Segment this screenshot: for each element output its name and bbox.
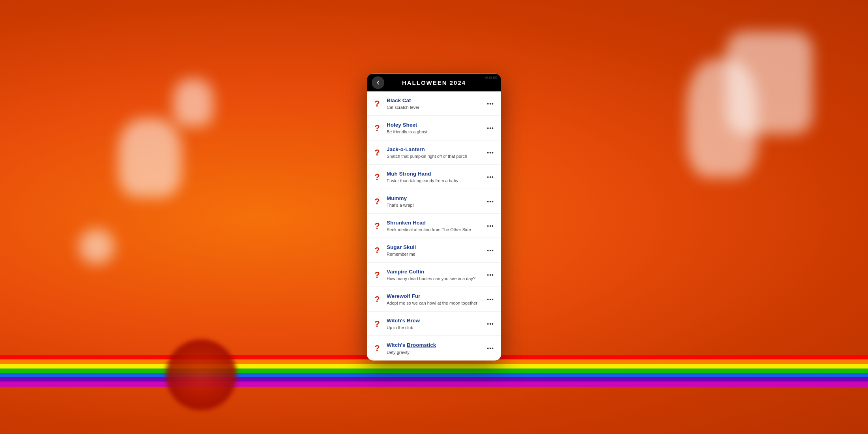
more-button[interactable]: ••• [485,319,496,328]
item-title: Jack-o-Lantern [387,146,485,153]
item-subtitle: Easier than taking candy from a baby [387,178,485,183]
more-button[interactable]: ••• [485,294,496,304]
item-title: Vampire Coffin [387,268,485,275]
item-subtitle: Adopt me so we can howl at the moon toge… [387,300,485,306]
question-mark-icon: ? [372,221,383,231]
header-title: HALLOWEEN 2024 [402,79,466,86]
question-mark-icon: ? [372,147,383,157]
list-item: ? Holey Sheet Be friendly to a ghost ••• [367,116,501,140]
phone-container: HALLOWEEN 2024 v0.13.105 ? Black Cat Cat… [367,74,501,361]
list-item: ? Muh Strong Hand Easier than taking can… [367,165,501,189]
more-button[interactable]: ••• [485,245,496,255]
list-item: ? Witch's Broomstick Defy gravity ••• [367,336,501,361]
phone-header: HALLOWEEN 2024 v0.13.105 [367,74,501,92]
item-text: Werewolf Fur Adopt me so we can howl at … [387,292,485,306]
ghost-figure-2 [118,118,181,197]
item-title: Witch's Broomstick [387,342,485,349]
question-mark-icon: ? [372,245,383,255]
more-button[interactable]: ••• [485,221,496,230]
item-subtitle: Seek medical attention from The Other Si… [387,227,485,232]
item-text: Muh Strong Hand Easier than taking candy… [387,170,485,183]
title-prefix: Witch's [387,342,407,348]
more-button[interactable]: ••• [485,148,496,157]
item-text: Vampire Coffin How many dead bodies can … [387,268,485,281]
items-list: ? Black Cat Cat scratch fever ••• ? Hole… [367,92,501,361]
version-badge: v0.13.105 [485,76,497,79]
list-item: ? Vampire Coffin How many dead bodies ca… [367,263,501,287]
item-subtitle: Remember me [387,251,485,257]
more-button[interactable]: ••• [485,123,496,133]
question-mark-icon: ? [372,172,383,182]
red-circle-decoration [166,339,237,410]
list-item: ? Witch's Brew Up in the club ••• [367,312,501,336]
list-item: ? Mummy That's a wrap! ••• [367,189,501,214]
item-text: Black Cat Cat scratch fever [387,97,485,110]
item-text: Holey Sheet Be friendly to a ghost [387,121,485,135]
item-title: Witch's Brew [387,317,485,324]
item-text: Jack-o-Lantern Snatch that pumpkin right… [387,146,485,159]
ghost-figure-1 [79,229,114,264]
item-text: Witch's Broomstick Defy gravity [387,342,485,355]
item-subtitle: That's a wrap! [387,202,485,208]
list-item: ? Jack-o-Lantern Snatch that pumpkin rig… [367,140,501,165]
item-title: Shrunken Head [387,219,485,226]
more-button[interactable]: ••• [485,344,496,353]
item-title: Muh Strong Hand [387,170,485,177]
more-button[interactable]: ••• [485,99,496,108]
item-subtitle: Snatch that pumpkin right off of that po… [387,153,485,159]
item-text: Witch's Brew Up in the club [387,317,485,330]
question-mark-icon: ? [372,343,383,354]
more-button[interactable]: ••• [485,196,496,206]
question-mark-icon: ? [372,123,383,133]
item-text: Shrunken Head Seek medical attention fro… [387,219,485,232]
list-item: ? Werewolf Fur Adopt me so we can howl a… [367,287,501,312]
ghost-figure-5 [726,32,813,134]
item-subtitle: Up in the club [387,325,485,330]
question-mark-icon: ? [372,269,383,280]
item-text: Sugar Skull Remember me [387,243,485,257]
item-title: Sugar Skull [387,243,485,251]
question-mark-icon: ? [372,98,383,108]
question-mark-icon: ? [372,318,383,329]
question-mark-icon: ? [372,196,383,206]
list-item: ? Black Cat Cat scratch fever ••• [367,92,501,116]
item-title: Holey Sheet [387,121,485,128]
more-button[interactable]: ••• [485,270,496,279]
item-title: Werewolf Fur [387,292,485,299]
title-underline: Broomstick [407,342,436,348]
list-item: ? Shrunken Head Seek medical attention f… [367,214,501,238]
question-mark-icon: ? [372,294,383,304]
item-subtitle: Be friendly to a ghost [387,129,485,135]
item-subtitle: Defy gravity [387,349,485,355]
item-subtitle: How many dead bodies can you see in a da… [387,276,485,281]
item-title: Mummy [387,195,485,202]
item-title: Black Cat [387,97,485,104]
item-subtitle: Cat scratch fever [387,105,485,110]
list-item: ? Sugar Skull Remember me ••• [367,238,501,263]
back-button[interactable] [372,76,384,89]
ghost-figure-3 [174,79,213,126]
more-button[interactable]: ••• [485,172,496,181]
item-text: Mummy That's a wrap! [387,195,485,208]
